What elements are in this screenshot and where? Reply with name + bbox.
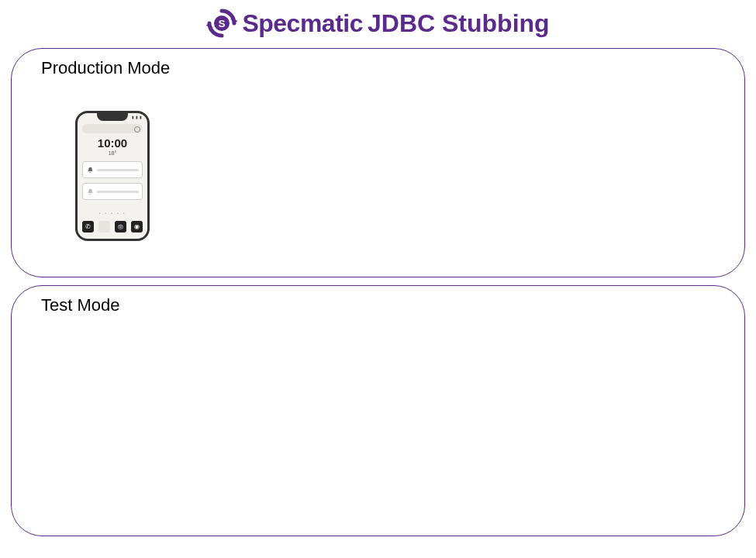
phone-dock-chat-icon: ◎ (115, 221, 126, 232)
phone-searchbar (82, 124, 143, 133)
card-line (97, 191, 139, 193)
header: S Specmatic JDBC Stubbing (0, 0, 756, 43)
production-panel-title: Production Mode (41, 58, 170, 78)
svg-text:S: S (219, 18, 226, 29)
test-panel-title: Test Mode (41, 295, 120, 315)
phone-dock-phone-icon: ✆ (82, 221, 94, 232)
phone-dock: ✆ ◎ ◉ (82, 221, 143, 232)
specmatic-logo-icon: S (206, 8, 237, 39)
production-panel: Production Mode ▮ ▮ ▮ 10:00 18° • • • • … (11, 48, 745, 277)
phone-temp: 18° (78, 150, 147, 156)
phone-notification-card (82, 183, 143, 200)
card-line (97, 169, 139, 171)
phone-dock-blank-icon (98, 221, 110, 232)
brand-text: Specmatic (242, 9, 363, 38)
phone-mockup: ▮ ▮ ▮ 10:00 18° • • • • • ✆ ◎ ◉ (75, 111, 150, 241)
phone-time: 10:00 (78, 136, 147, 150)
test-panel: Test Mode (11, 285, 745, 536)
bell-icon (86, 188, 94, 195)
title-text: JDBC Stubbing (368, 9, 550, 38)
phone-status-icons: ▮ ▮ ▮ (132, 115, 143, 119)
phone-page-dots: • • • • • (78, 211, 147, 215)
bell-icon (86, 166, 94, 174)
phone-notch (97, 113, 128, 121)
phone-dock-camera-icon: ◉ (131, 221, 143, 232)
phone-notification-card (82, 161, 143, 178)
